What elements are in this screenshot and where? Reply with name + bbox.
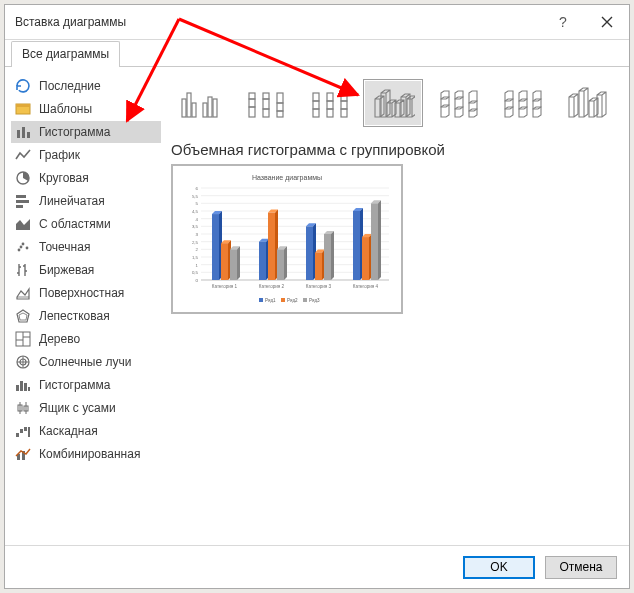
subtype-clustered-column-2d[interactable] [171,79,231,127]
sidebar-item-stock[interactable]: Биржевая [11,259,161,281]
chart-main-pane: Объемная гистограмма с группировкой Назв… [161,67,629,545]
area-icon [15,216,31,232]
sidebar-item-area[interactable]: С областями [11,213,161,235]
svg-rect-46 [192,103,196,117]
svg-rect-1 [16,104,30,107]
svg-rect-48 [208,97,212,117]
sidebar-item-column[interactable]: Гистограмма [11,121,161,143]
sidebar-item-sunburst[interactable]: Солнечные лучи [11,351,161,373]
combo-icon [15,446,31,462]
sidebar-item-recent[interactable]: Последние [11,75,161,97]
tab-all-charts[interactable]: Все диаграммы [11,41,120,67]
histogram-icon [15,377,31,393]
close-button[interactable] [585,5,629,39]
help-button[interactable]: ? [541,5,585,39]
sidebar-item-label: Каскадная [39,424,98,438]
sidebar-item-treemap[interactable]: Дерево [11,328,161,350]
y-tick-label: 2,5 [192,240,199,245]
insert-chart-dialog: Вставка диаграммы ? Все диаграммы Послед… [4,4,630,589]
chart-subtype-icon [563,85,607,122]
svg-rect-61 [313,93,319,101]
svg-point-10 [22,243,25,246]
sidebar-item-label: Поверхностная [39,286,124,300]
help-icon: ? [559,14,567,30]
svg-rect-52 [249,93,255,99]
svg-rect-58 [277,93,283,103]
chart-preview-frame[interactable]: Название диаграммы65,554,543,532,521,510… [171,164,403,314]
sidebar-item-label: График [39,148,80,162]
y-tick-label: 4,5 [192,209,199,214]
dialog-body: ПоследниеШаблоныГистограммаГрафикКругова… [5,67,629,545]
svg-rect-83 [221,243,228,280]
sidebar-item-scatter[interactable]: Точечная [11,236,161,258]
svg-rect-88 [306,226,313,280]
svg-rect-40 [24,427,27,431]
line-icon [15,147,31,163]
sidebar-item-surface[interactable]: Поверхностная [11,282,161,304]
y-tick-label: 1 [196,263,199,268]
sidebar-item-label: Биржевая [39,263,94,277]
svg-rect-65 [341,109,347,117]
sidebar-item-label: С областями [39,217,111,231]
treemap-icon [15,331,31,347]
subtype-stacked-column-2d[interactable] [235,79,295,127]
svg-rect-91 [353,211,360,280]
sidebar-item-label: Ящик с усами [39,401,116,415]
sidebar-item-label: Линейчатая [39,194,105,208]
sidebar-item-templates[interactable]: Шаблоны [11,98,161,120]
x-tick-label: Категория 4 [353,284,379,289]
sidebar-item-waterfall[interactable]: Каскадная [11,420,161,442]
waterfall-icon [15,423,31,439]
svg-point-9 [18,249,21,252]
sidebar-item-boxwhisker[interactable]: Ящик с усами [11,397,161,419]
legend-label: Ряд3 [309,298,320,303]
titlebar: Вставка диаграммы ? [5,5,629,40]
svg-marker-21 [19,313,27,320]
subtype-stacked100-column-3d[interactable] [491,79,551,127]
sidebar-item-combo[interactable]: Комбинированная [11,443,161,465]
sidebar-item-radar[interactable]: Лепестковая [11,305,161,327]
sidebar-item-bar[interactable]: Линейчатая [11,190,161,212]
scatter-icon [15,239,31,255]
svg-rect-63 [327,101,333,109]
svg-point-11 [26,247,29,250]
sidebar-item-label: Гистограмма [39,125,110,139]
y-tick-label: 2 [196,247,199,252]
svg-rect-55 [263,93,269,99]
sidebar-item-pie[interactable]: Круговая [11,167,161,189]
svg-rect-53 [263,109,269,117]
svg-rect-8 [16,205,23,208]
svg-rect-94 [259,298,263,302]
sidebar-item-label: Дерево [39,332,80,346]
subtype-stacked-column-3d[interactable] [427,79,487,127]
svg-rect-47 [203,103,207,117]
svg-rect-84 [230,249,237,280]
svg-rect-33 [28,387,30,391]
svg-rect-32 [24,383,27,391]
chart-category-sidebar: ПоследниеШаблоныГистограммаГрафикКругова… [5,67,161,545]
x-tick-label: Категория 1 [212,284,238,289]
subtype-clustered-column-3d[interactable] [363,79,423,127]
chart-preview: Название диаграммы65,554,543,532,521,510… [177,170,397,308]
svg-rect-66 [341,101,347,109]
sidebar-item-line[interactable]: График [11,144,161,166]
svg-rect-62 [327,109,333,117]
chart-subtype-icon [243,85,287,122]
dialog-title: Вставка диаграммы [5,15,126,29]
ok-button[interactable]: OK [463,556,535,579]
close-icon [601,16,613,28]
column-icon [15,124,31,140]
subtype-stacked100-column-2d[interactable] [299,79,359,127]
subtype-column-3d[interactable] [555,79,615,127]
svg-rect-90 [324,234,331,280]
y-tick-label: 3,5 [192,224,199,229]
y-tick-label: 0,5 [192,270,199,275]
dialog-footer: OK Отмена [5,545,629,588]
chart-subtype-icon [307,85,351,122]
svg-rect-85 [259,242,266,280]
cancel-button[interactable]: Отмена [545,556,617,579]
svg-rect-39 [20,429,23,433]
x-tick-label: Категория 2 [259,284,285,289]
sidebar-item-label: Лепестковая [39,309,110,323]
sidebar-item-histogram[interactable]: Гистограмма [11,374,161,396]
